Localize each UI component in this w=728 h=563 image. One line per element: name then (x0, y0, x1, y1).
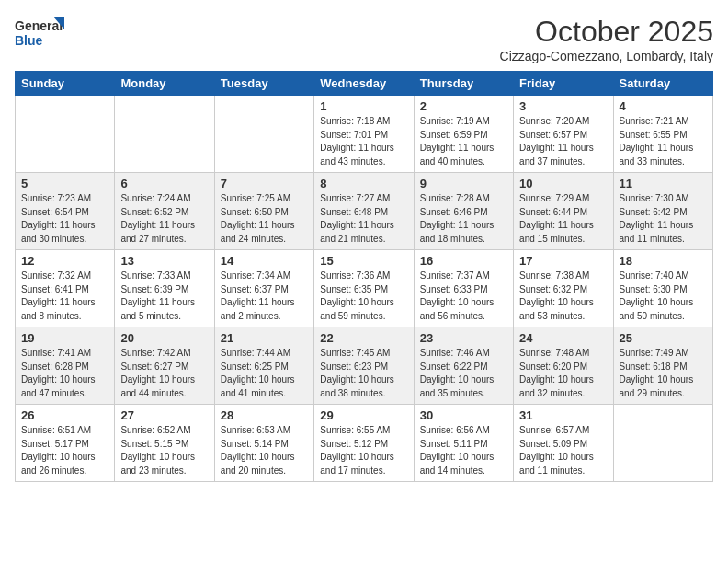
header: GeneralBlue October 2025 Cizzago-Comezza… (15, 15, 713, 63)
calendar-cell: 2Sunrise: 7:19 AM Sunset: 6:59 PM Daylig… (414, 96, 513, 173)
calendar-cell: 16Sunrise: 7:37 AM Sunset: 6:33 PM Dayli… (414, 250, 513, 327)
logo-svg: GeneralBlue (15, 15, 65, 52)
day-info: Sunrise: 7:41 AM Sunset: 6:28 PM Dayligh… (21, 347, 108, 400)
calendar-week-row: 26Sunrise: 6:51 AM Sunset: 5:17 PM Dayli… (16, 405, 713, 482)
svg-text:General: General (15, 18, 63, 33)
day-number: 28 (221, 408, 308, 422)
day-number: 7 (221, 177, 308, 190)
calendar-cell (16, 96, 115, 173)
day-info: Sunrise: 7:20 AM Sunset: 6:57 PM Dayligh… (519, 115, 607, 168)
day-number: 24 (519, 331, 607, 345)
day-number: 6 (120, 177, 208, 190)
calendar-cell: 28Sunrise: 6:53 AM Sunset: 5:14 PM Dayli… (214, 405, 313, 482)
weekday-header-sunday: Sunday (16, 72, 115, 96)
day-info: Sunrise: 6:52 AM Sunset: 5:15 PM Dayligh… (120, 424, 208, 477)
day-number: 18 (620, 254, 707, 268)
day-number: 30 (420, 408, 507, 422)
day-number: 21 (221, 331, 308, 345)
day-number: 29 (320, 408, 407, 422)
calendar-cell: 9Sunrise: 7:28 AM Sunset: 6:46 PM Daylig… (414, 173, 513, 250)
day-number: 11 (620, 177, 707, 190)
day-number: 2 (420, 99, 507, 113)
calendar-cell: 25Sunrise: 7:49 AM Sunset: 6:18 PM Dayli… (613, 327, 712, 405)
day-info: Sunrise: 6:55 AM Sunset: 5:12 PM Dayligh… (320, 424, 407, 477)
day-number: 1 (320, 99, 407, 113)
day-info: Sunrise: 7:46 AM Sunset: 6:22 PM Dayligh… (420, 347, 507, 400)
day-number: 27 (120, 408, 208, 422)
day-info: Sunrise: 7:48 AM Sunset: 6:20 PM Dayligh… (519, 347, 607, 400)
day-info: Sunrise: 7:30 AM Sunset: 6:42 PM Dayligh… (620, 192, 707, 246)
day-info: Sunrise: 7:33 AM Sunset: 6:39 PM Dayligh… (120, 270, 208, 323)
calendar-cell: 11Sunrise: 7:30 AM Sunset: 6:42 PM Dayli… (613, 173, 712, 250)
calendar-week-row: 19Sunrise: 7:41 AM Sunset: 6:28 PM Dayli… (16, 327, 713, 405)
day-number: 16 (420, 254, 507, 268)
day-info: Sunrise: 7:24 AM Sunset: 6:52 PM Dayligh… (120, 192, 208, 246)
calendar-cell: 4Sunrise: 7:21 AM Sunset: 6:55 PM Daylig… (613, 96, 712, 173)
calendar-week-row: 1Sunrise: 7:18 AM Sunset: 7:01 PM Daylig… (16, 96, 713, 173)
day-info: Sunrise: 7:21 AM Sunset: 6:55 PM Dayligh… (620, 115, 707, 168)
day-number: 12 (21, 254, 108, 268)
calendar-cell: 12Sunrise: 7:32 AM Sunset: 6:41 PM Dayli… (16, 250, 115, 327)
day-info: Sunrise: 7:23 AM Sunset: 6:54 PM Dayligh… (21, 192, 108, 246)
calendar-cell: 20Sunrise: 7:42 AM Sunset: 6:27 PM Dayli… (115, 327, 214, 405)
day-number: 17 (519, 254, 607, 268)
logo: GeneralBlue (15, 15, 65, 52)
day-info: Sunrise: 7:19 AM Sunset: 6:59 PM Dayligh… (420, 115, 507, 168)
day-info: Sunrise: 7:18 AM Sunset: 7:01 PM Dayligh… (320, 115, 407, 168)
calendar-cell (613, 405, 712, 482)
calendar-cell: 18Sunrise: 7:40 AM Sunset: 6:30 PM Dayli… (613, 250, 712, 327)
calendar-cell: 23Sunrise: 7:46 AM Sunset: 6:22 PM Dayli… (414, 327, 513, 405)
weekday-header-saturday: Saturday (613, 72, 712, 96)
calendar-week-row: 12Sunrise: 7:32 AM Sunset: 6:41 PM Dayli… (16, 250, 713, 327)
calendar-cell: 8Sunrise: 7:27 AM Sunset: 6:48 PM Daylig… (314, 173, 414, 250)
calendar-cell: 24Sunrise: 7:48 AM Sunset: 6:20 PM Dayli… (514, 327, 613, 405)
day-number: 22 (320, 331, 407, 345)
calendar-cell: 27Sunrise: 6:52 AM Sunset: 5:15 PM Dayli… (115, 405, 214, 482)
calendar-cell: 21Sunrise: 7:44 AM Sunset: 6:25 PM Dayli… (214, 327, 313, 405)
day-info: Sunrise: 7:36 AM Sunset: 6:35 PM Dayligh… (320, 270, 407, 323)
calendar-cell: 1Sunrise: 7:18 AM Sunset: 7:01 PM Daylig… (314, 96, 414, 173)
day-number: 20 (120, 331, 208, 345)
day-info: Sunrise: 7:42 AM Sunset: 6:27 PM Dayligh… (120, 347, 208, 400)
day-number: 5 (21, 177, 108, 190)
day-info: Sunrise: 7:34 AM Sunset: 6:37 PM Dayligh… (221, 270, 308, 323)
calendar-cell: 30Sunrise: 6:56 AM Sunset: 5:11 PM Dayli… (414, 405, 513, 482)
weekday-header-monday: Monday (115, 72, 214, 96)
title-area: October 2025 Cizzago-Comezzano, Lombardy… (500, 15, 713, 63)
day-info: Sunrise: 7:29 AM Sunset: 6:44 PM Dayligh… (519, 192, 607, 246)
day-number: 3 (519, 99, 607, 113)
location-title: Cizzago-Comezzano, Lombardy, Italy (500, 49, 713, 63)
weekday-header-wednesday: Wednesday (314, 72, 414, 96)
calendar-cell: 29Sunrise: 6:55 AM Sunset: 5:12 PM Dayli… (314, 405, 414, 482)
calendar-cell: 3Sunrise: 7:20 AM Sunset: 6:57 PM Daylig… (514, 96, 613, 173)
calendar-cell: 7Sunrise: 7:25 AM Sunset: 6:50 PM Daylig… (214, 173, 313, 250)
day-number: 9 (420, 177, 507, 190)
calendar-table: SundayMondayTuesdayWednesdayThursdayFrid… (15, 71, 713, 482)
calendar-cell (214, 96, 313, 173)
day-info: Sunrise: 6:56 AM Sunset: 5:11 PM Dayligh… (420, 424, 507, 477)
day-info: Sunrise: 7:32 AM Sunset: 6:41 PM Dayligh… (21, 270, 108, 323)
day-info: Sunrise: 6:53 AM Sunset: 5:14 PM Dayligh… (221, 424, 308, 477)
day-number: 26 (21, 408, 108, 422)
day-info: Sunrise: 6:57 AM Sunset: 5:09 PM Dayligh… (519, 424, 607, 477)
day-number: 31 (519, 408, 607, 422)
day-info: Sunrise: 6:51 AM Sunset: 5:17 PM Dayligh… (21, 424, 108, 477)
day-number: 19 (21, 331, 108, 345)
day-info: Sunrise: 7:25 AM Sunset: 6:50 PM Dayligh… (221, 192, 308, 246)
calendar-cell: 13Sunrise: 7:33 AM Sunset: 6:39 PM Dayli… (115, 250, 214, 327)
day-info: Sunrise: 7:37 AM Sunset: 6:33 PM Dayligh… (420, 270, 507, 323)
svg-text:Blue: Blue (15, 33, 43, 48)
calendar-cell: 6Sunrise: 7:24 AM Sunset: 6:52 PM Daylig… (115, 173, 214, 250)
weekday-header-row: SundayMondayTuesdayWednesdayThursdayFrid… (16, 72, 713, 96)
day-info: Sunrise: 7:38 AM Sunset: 6:32 PM Dayligh… (519, 270, 607, 323)
day-info: Sunrise: 7:45 AM Sunset: 6:23 PM Dayligh… (320, 347, 407, 400)
month-title: October 2025 (500, 15, 713, 49)
day-number: 4 (620, 99, 707, 113)
weekday-header-tuesday: Tuesday (214, 72, 313, 96)
day-number: 8 (320, 177, 407, 190)
day-number: 13 (120, 254, 208, 268)
day-info: Sunrise: 7:44 AM Sunset: 6:25 PM Dayligh… (221, 347, 308, 400)
day-info: Sunrise: 7:27 AM Sunset: 6:48 PM Dayligh… (320, 192, 407, 246)
day-number: 25 (620, 331, 707, 345)
day-info: Sunrise: 7:49 AM Sunset: 6:18 PM Dayligh… (620, 347, 707, 400)
